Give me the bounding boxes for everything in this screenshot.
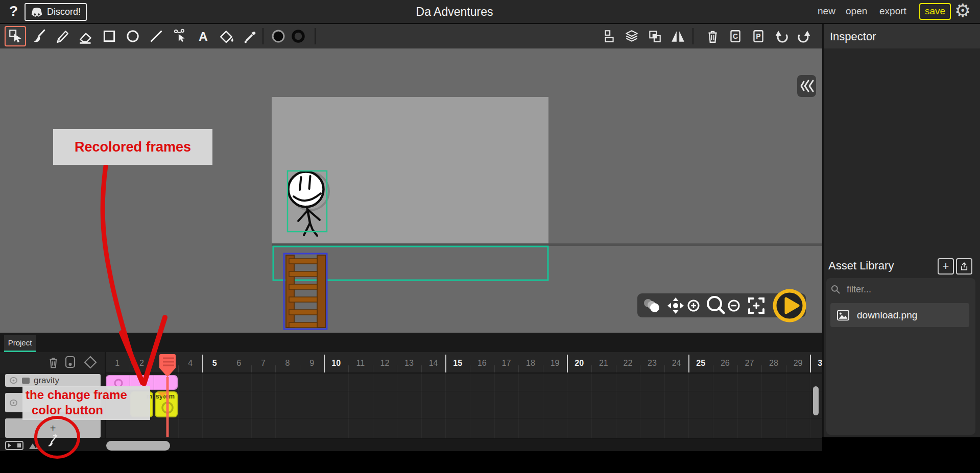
eyedropper-tool-icon[interactable]: [239, 26, 261, 47]
grid-line: [470, 374, 470, 439]
frame-number-cell[interactable]: 29: [786, 359, 810, 368]
discord-button[interactable]: Discord!: [25, 3, 87, 21]
onion-skin-settings-icon[interactable]: [64, 355, 77, 369]
open-button[interactable]: open: [846, 6, 867, 17]
preview-toggle-icon[interactable]: [5, 441, 23, 450]
ruler-tick: [591, 365, 592, 374]
recenter-icon[interactable]: [747, 296, 766, 315]
help-button[interactable]: ?: [9, 3, 18, 19]
line-tool-icon[interactable]: [145, 26, 168, 47]
add-tween-diamond-icon[interactable]: [83, 355, 98, 369]
asset-item[interactable]: download.png: [830, 303, 969, 327]
layer-size-icon[interactable]: [28, 442, 43, 450]
arrange-icon[interactable]: [597, 26, 620, 47]
layers-icon[interactable]: [620, 26, 643, 47]
zoom-in-icon[interactable]: [687, 299, 700, 312]
vertical-scrollbar[interactable]: [813, 386, 819, 415]
inspector-header: Inspector: [824, 24, 980, 48]
zoom-out-icon[interactable]: [727, 299, 740, 312]
frame-number-cell[interactable]: 24: [664, 359, 689, 368]
frame-number-cell[interactable]: 21: [591, 359, 616, 368]
frame-number-cell[interactable]: 6: [227, 359, 251, 368]
export-asset-button[interactable]: [956, 258, 972, 275]
copy-icon[interactable]: C: [724, 26, 747, 47]
collapse-panel-button[interactable]: [797, 75, 816, 97]
text-tool-icon[interactable]: A: [192, 26, 214, 47]
frame-number-cell[interactable]: 17: [494, 359, 519, 368]
play-button[interactable]: [772, 288, 807, 323]
group-icon[interactable]: [643, 26, 666, 47]
export-button[interactable]: export: [879, 6, 906, 17]
pan-icon[interactable]: [666, 296, 685, 315]
eraser-tool-icon[interactable]: [75, 26, 97, 47]
frame-number-cell[interactable]: 22: [616, 359, 640, 368]
frame-number-cell[interactable]: 12: [373, 359, 397, 368]
frame-number-cell[interactable]: 25: [688, 359, 713, 368]
grid-line: [275, 374, 276, 439]
ruler-tick: [664, 365, 665, 374]
frame-number-cell[interactable]: 3: [154, 359, 178, 368]
brush-tool-icon[interactable]: [28, 26, 50, 47]
frame-number-cell[interactable]: 15: [445, 359, 470, 368]
stroke-color-swatch[interactable]: [291, 29, 305, 43]
asset-filter-input[interactable]: [846, 284, 950, 295]
annotation-change-color-button: the change frame color button: [22, 386, 150, 420]
frame-number-cell[interactable]: 16: [470, 359, 494, 368]
magnifier-icon[interactable]: [705, 294, 727, 317]
path-cursor-tool-icon[interactable]: [169, 26, 191, 47]
frame-number-cell[interactable]: 23: [640, 359, 664, 368]
settings-gear-icon[interactable]: ⚙: [954, 0, 971, 21]
frame-number-cell[interactable]: 9: [300, 359, 324, 368]
delete-frame-icon[interactable]: [46, 355, 60, 369]
frame-number-cell[interactable]: 26: [713, 359, 737, 368]
frame-block[interactable]: sytem: [155, 391, 178, 417]
visibility-eye-icon[interactable]: [9, 399, 18, 407]
ladder[interactable]: [286, 255, 325, 328]
frame-number-cell[interactable]: 28: [761, 359, 786, 368]
cursor-tool-icon[interactable]: [4, 26, 27, 47]
add-asset-button[interactable]: +: [938, 258, 954, 275]
frame-number-cell[interactable]: 8: [275, 359, 300, 368]
layer-row-gravity[interactable]: gravity: [5, 374, 101, 387]
layer-color-chip[interactable]: [22, 378, 30, 384]
fill-bucket-tool-icon[interactable]: [216, 26, 238, 47]
ellipse-tool-icon[interactable]: [122, 26, 144, 47]
frame-number-cell[interactable]: 27: [737, 359, 762, 368]
undo-icon[interactable]: [770, 26, 793, 47]
rectangle-tool-icon[interactable]: [98, 26, 121, 47]
change-frame-color-button[interactable]: [45, 433, 59, 450]
frame-number-cell[interactable]: 20: [567, 359, 591, 368]
stage[interactable]: [272, 97, 548, 243]
flip-horizontal-icon[interactable]: [666, 26, 689, 47]
delete-icon[interactable]: [701, 26, 724, 47]
timeline-frames-area[interactable]: m sytem: [105, 374, 822, 439]
project-title: Da Adventures: [403, 5, 506, 19]
frame-number-cell[interactable]: 11: [348, 359, 373, 368]
frame-number-cell[interactable]: 14: [421, 359, 446, 368]
frame-number-cell[interactable]: 30: [810, 359, 822, 368]
frame-number-cell[interactable]: 10: [324, 359, 348, 368]
grid-line: [786, 374, 786, 439]
paste-icon[interactable]: P: [747, 26, 770, 47]
tab-project[interactable]: Project: [4, 335, 36, 351]
save-button[interactable]: save: [919, 3, 951, 20]
fill-color-swatch[interactable]: [271, 29, 285, 43]
grid-line: [324, 374, 324, 439]
horizontal-scrollbar[interactable]: [106, 441, 170, 451]
redo-icon[interactable]: [793, 26, 816, 47]
frame-number-cell[interactable]: 4: [178, 359, 203, 368]
frame-number-cell[interactable]: 19: [543, 359, 567, 368]
frame-number-cell[interactable]: 5: [202, 359, 227, 368]
onion-skin-icon[interactable]: [642, 296, 661, 315]
new-button[interactable]: new: [818, 6, 835, 17]
visibility-eye-icon[interactable]: [9, 377, 18, 384]
ruler-tick: [275, 365, 276, 374]
frame-number-cell[interactable]: 13: [397, 359, 421, 368]
canvas-area[interactable]: [0, 48, 822, 333]
frame-number-cell[interactable]: 7: [251, 359, 276, 368]
frame-number-cell[interactable]: 2: [130, 359, 154, 368]
pencil-tool-icon[interactable]: [51, 26, 74, 47]
frame-number-cell[interactable]: 1: [105, 359, 130, 368]
frame-ruler[interactable]: 1234567891011121314151617181920212223242…: [105, 352, 822, 374]
frame-number-cell[interactable]: 18: [518, 359, 543, 368]
